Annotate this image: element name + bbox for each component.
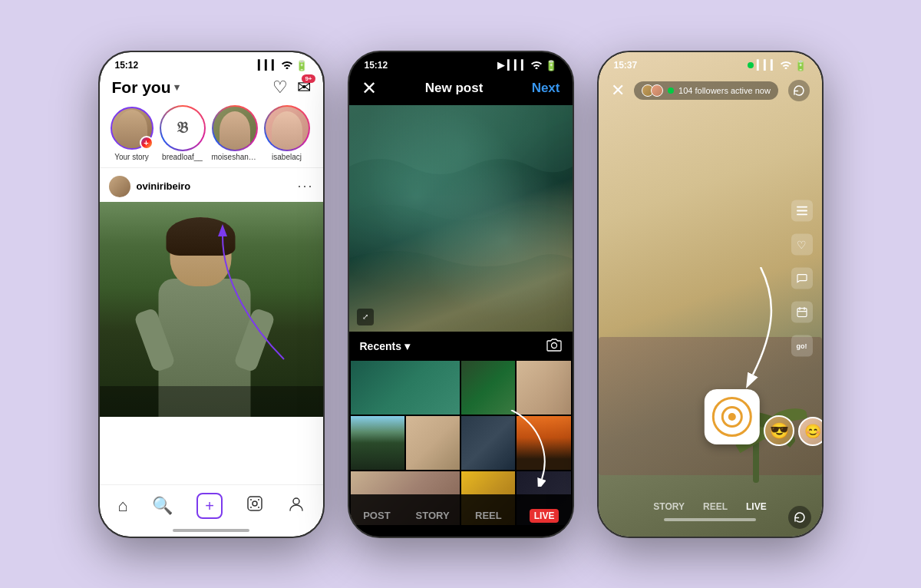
time-3: 15:37 <box>614 60 638 71</box>
followers-green-dot <box>668 88 674 94</box>
sidebar-calendar-icon[interactable] <box>791 302 813 323</box>
notification-badge: 9+ <box>302 74 315 83</box>
tab-live-3[interactable]: LIVE <box>746 501 767 512</box>
phone-2: 15:12 ▶ ▎▎▎ 🔋 ✕ New post Next <box>348 51 574 538</box>
story-item-isabelacj[interactable]: isabelacj <box>266 107 309 161</box>
live-radio-dot <box>728 413 736 421</box>
grid-cell-1[interactable] <box>461 361 515 415</box>
live-viewer-avatar: 😎 <box>764 415 794 446</box>
nav-profile-icon[interactable] <box>288 495 305 517</box>
live-viewer-avatar-2: 😊 <box>798 417 822 446</box>
gallery-header: Recents ▾ ⊞ <box>349 332 573 361</box>
green-dot-3 <box>748 62 754 68</box>
refresh-top-button[interactable] <box>788 80 810 101</box>
story-avatar-isabelacj <box>266 107 309 150</box>
time-1: 15:12 <box>115 60 139 71</box>
home-indicator-2 <box>422 529 499 532</box>
tab-story-3[interactable]: STORY <box>653 501 685 512</box>
story-label-yours: Your story <box>114 153 149 161</box>
feed-title-area[interactable]: For you ▾ <box>112 78 180 97</box>
notification-icon[interactable]: ✉ 9+ <box>297 78 311 97</box>
header-action-icons: ♡ ✉ 9+ <box>272 78 311 97</box>
close-button-2[interactable]: ✕ <box>361 78 377 99</box>
post-user-info[interactable]: oviniribeiro <box>109 176 191 197</box>
status-icons-1: ▎▎▎ 🔋 <box>258 60 308 71</box>
tab-live[interactable]: LIVE <box>517 504 573 527</box>
tab-reel[interactable]: REEL <box>460 504 517 527</box>
story-item-moiseshansen[interactable]: moiseshansen <box>212 107 258 161</box>
battery-icon-1: 🔋 <box>295 60 308 71</box>
recents-dropdown[interactable]: Recents ▾ <box>360 340 410 352</box>
story-item-yours[interactable]: + Your story <box>111 107 154 161</box>
svg-point-5 <box>258 507 259 508</box>
phone-3: 15:37 ▎▎▎ 🔋 ✕ <box>597 51 824 538</box>
home-indicator-1 <box>173 529 249 532</box>
tab-reel-3[interactable]: REEL <box>703 501 728 512</box>
nav-create-button[interactable]: + <box>196 493 223 519</box>
live-radio-button[interactable] <box>705 389 760 444</box>
svg-rect-13 <box>797 309 807 317</box>
svg-rect-10 <box>797 206 807 208</box>
gallery-action-icons: ⊞ <box>526 338 562 355</box>
phone-1-screen: 15:12 ▎▎▎ 🔋 For you ▾ ♡ ✉ 9+ <box>100 52 323 537</box>
your-story-avatar-wrap: + <box>111 107 154 150</box>
status-bar-1: 15:12 ▎▎▎ 🔋 <box>100 52 323 74</box>
nav-home-icon[interactable]: ⌂ <box>117 496 127 516</box>
next-button[interactable]: Next <box>532 81 560 96</box>
story-label-breadloaf: breadloaf__ <box>162 153 203 161</box>
grid-cell-3[interactable] <box>351 416 404 470</box>
story-avatar-breadloaf: 𝔅 <box>161 107 204 150</box>
status-icons-3: ▎▎▎ 🔋 <box>748 60 807 71</box>
multi-select-icon[interactable]: ⊞ <box>526 338 536 355</box>
feed-post-image <box>100 202 323 417</box>
sidebar-menu-icon[interactable] <box>791 200 813 222</box>
grid-cell-2[interactable] <box>517 361 570 415</box>
close-button-3[interactable]: ✕ <box>611 81 625 101</box>
svg-rect-0 <box>248 497 262 510</box>
dropdown-icon[interactable]: ▾ <box>174 81 180 93</box>
sidebar-heart-icon[interactable]: ♡ <box>791 234 813 256</box>
sidebar-comment-icon[interactable] <box>791 268 813 289</box>
camera-icon[interactable] <box>546 338 562 355</box>
live-sidebar: ♡ go! <box>791 200 813 357</box>
nav-search-icon[interactable]: 🔍 <box>152 496 173 516</box>
svg-rect-12 <box>797 214 807 216</box>
svg-point-6 <box>293 498 299 504</box>
annotation-arrow-3 <box>699 267 791 390</box>
tab-story[interactable]: STORY <box>404 504 460 527</box>
feed-header: For you ▾ ♡ ✉ 9+ <box>100 74 323 104</box>
wifi-icon-3 <box>781 60 791 71</box>
rotate-camera-button[interactable] <box>788 506 811 529</box>
story-label-moiseshansen: moiseshansen <box>212 153 258 161</box>
annotation-arrow-2 <box>496 410 557 487</box>
live-radio-icon <box>712 397 752 437</box>
image-preview: ⤢ <box>349 105 573 332</box>
story-avatar-moiseshansen <box>213 107 256 150</box>
tab-post[interactable]: POST <box>349 504 405 527</box>
heart-icon[interactable]: ♡ <box>272 78 288 97</box>
new-post-title: New post <box>425 81 484 96</box>
expand-icon[interactable]: ⤢ <box>357 309 374 325</box>
status-bar-3: 15:37 ▎▎▎ 🔋 <box>599 52 822 74</box>
grid-cell-4[interactable] <box>406 416 460 470</box>
story-item-breadloaf[interactable]: 𝔅 breadloaf__ <box>161 107 204 161</box>
post-more-button[interactable]: ··· <box>297 178 313 194</box>
nav-reels-icon[interactable] <box>246 495 263 517</box>
followers-badge: 104 followers active now <box>634 81 778 100</box>
gallery-dropdown-icon: ▾ <box>404 340 410 352</box>
battery-icon-3: 🔋 <box>794 60 807 71</box>
new-post-topbar: ✕ New post Next <box>349 74 573 105</box>
post-header: oviniribeiro ··· <box>100 171 323 202</box>
live-radio-inner <box>721 406 743 428</box>
phone-1: 15:12 ▎▎▎ 🔋 For you ▾ ♡ ✉ 9+ <box>98 51 325 538</box>
signal-icon-3: ▎▎▎ <box>757 60 777 71</box>
bottom-indicator-3 <box>664 518 756 521</box>
time-2: 15:12 <box>365 60 388 71</box>
sidebar-go-icon[interactable]: go! <box>791 335 813 357</box>
svg-rect-11 <box>797 210 807 212</box>
followers-count: 104 followers active now <box>678 86 771 95</box>
battery-icon-2: 🔋 <box>545 60 557 71</box>
status-icons-2: ▶ ▎▎▎ 🔋 <box>497 60 557 71</box>
grid-cell-0[interactable] <box>351 361 460 415</box>
add-story-button[interactable]: + <box>140 136 154 150</box>
